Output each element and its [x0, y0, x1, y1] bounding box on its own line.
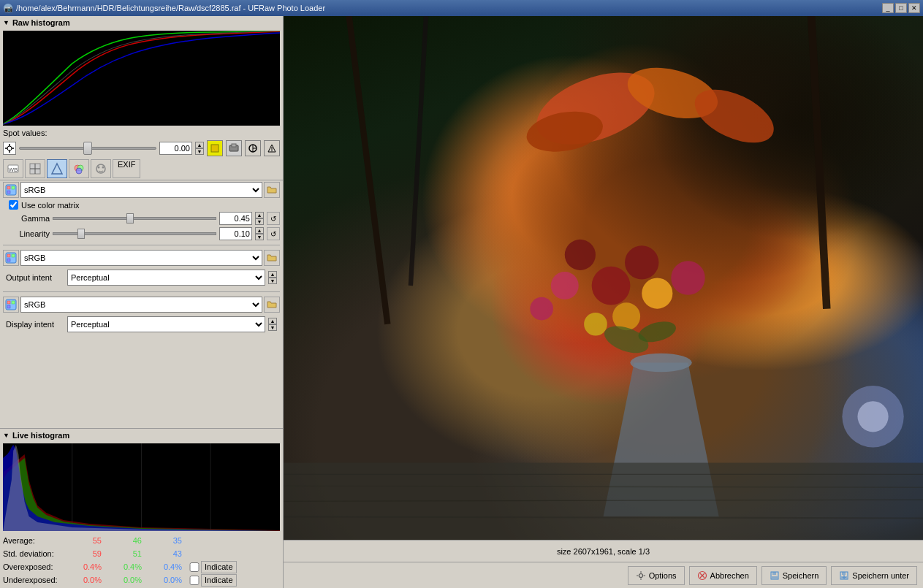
minimize-button[interactable]: _: [882, 3, 894, 13]
left-panel: ▼ Raw histogram Spot values:: [0, 16, 284, 588]
exposure-value-input[interactable]: 0.00: [159, 142, 192, 155]
cancel-button[interactable]: Abbrechen: [689, 566, 757, 585]
output-profile-select[interactable]: sRGB: [20, 250, 262, 266]
tool-icons-row: WB: [0, 158, 283, 180]
save-label: Speichern: [783, 571, 819, 580]
svg-point-26: [102, 167, 105, 169]
output-intent-label: Output intent: [6, 273, 64, 282]
linearity-spin: ▲ ▼: [255, 227, 264, 240]
linearity-track: [53, 232, 216, 235]
input-profile-folder-btn[interactable]: [264, 182, 280, 198]
std-b: 43: [142, 549, 182, 558]
exposure-slider-thumb[interactable]: [83, 142, 92, 155]
svg-point-14: [271, 150, 273, 152]
overexposed-b: 0.4%: [142, 562, 182, 571]
gamma-spin-down[interactable]: ▼: [255, 218, 264, 225]
color-icon-4[interactable]: [264, 140, 280, 156]
display-profile-folder-btn[interactable]: [264, 297, 280, 313]
exposure-slider-container[interactable]: [19, 141, 156, 156]
display-intent-spin: ▲ ▼: [268, 318, 277, 331]
output-profile-folder-btn[interactable]: [264, 250, 280, 266]
gamma-spin-up[interactable]: ▲: [255, 212, 264, 218]
window-title: /home/alex/Behrmann/HDR/Belichtungsreihe…: [16, 4, 325, 12]
average-row: Average: 55 46 35: [3, 534, 280, 547]
exposure-spin-down[interactable]: ▼: [195, 148, 204, 155]
save-icon: [770, 570, 780, 581]
gamma-track: [53, 217, 216, 220]
overexposed-row: Overexposed: 0.4% 0.4% 0.4% Indicate: [3, 560, 280, 573]
svg-rect-32: [7, 254, 10, 257]
linearity-thumb[interactable]: [77, 229, 85, 239]
output-intent-spin-up[interactable]: ▲: [268, 271, 277, 278]
underexposed-checkbox[interactable]: [188, 576, 201, 585]
display-intent-select[interactable]: Perceptual Relative Colorimetric Saturat…: [67, 316, 265, 332]
exposure-spin-up[interactable]: ▲: [195, 142, 204, 148]
input-profile-row: sRGB: [3, 182, 280, 198]
image-area: [284, 16, 923, 540]
display-intent-row: Display intent Perceptual Relative Color…: [3, 315, 280, 334]
overexposed-indicate-btn[interactable]: Indicate: [201, 561, 237, 573]
svg-point-61: [551, 272, 579, 299]
save-button[interactable]: Speichern: [761, 566, 827, 585]
output-intent-select[interactable]: Perceptual Relative Colorimetric Saturat…: [67, 270, 265, 286]
maximize-button[interactable]: □: [895, 3, 907, 13]
average-label: Average:: [3, 536, 61, 545]
exif-button[interactable]: EXIF: [113, 159, 140, 178]
svg-line-47: [411, 16, 426, 286]
live-histogram-collapse-icon[interactable]: ▼: [3, 432, 10, 439]
cancel-label: Abbrechen: [710, 571, 749, 580]
gamma-reset-btn[interactable]: ↺: [267, 212, 280, 225]
wb-tool-button[interactable]: WB: [3, 159, 23, 178]
save-under-button[interactable]: Speichern unter: [831, 566, 917, 585]
color-icon-3[interactable]: [245, 140, 261, 156]
display-profile-select[interactable]: sRGB: [20, 297, 262, 313]
divider-1: [3, 245, 280, 245]
linearity-spin-down[interactable]: ▼: [255, 234, 264, 240]
svg-point-55: [592, 267, 631, 305]
exposure-tool-button[interactable]: [25, 159, 45, 178]
display-intent-spin-down[interactable]: ▼: [268, 324, 277, 331]
output-intent-spin-down[interactable]: ▼: [268, 278, 277, 284]
close-button[interactable]: ✕: [908, 3, 920, 13]
linearity-value-input[interactable]: 0.10: [219, 227, 252, 240]
gamma-value-input[interactable]: 0.45: [219, 212, 252, 225]
svg-rect-36: [7, 301, 10, 304]
svg-rect-28: [7, 186, 10, 189]
spot-values-label: Spot values:: [0, 127, 283, 139]
average-r: 55: [61, 536, 102, 545]
raw-histogram-collapse-icon[interactable]: ▼: [3, 19, 10, 26]
std-g: 51: [102, 549, 142, 558]
live-histogram-area: [3, 443, 280, 531]
curve-tool-button[interactable]: [47, 159, 67, 178]
color-mgmt-button[interactable]: [69, 159, 89, 178]
stats-table: Average: 55 46 35 Std. deviation: 59 51 …: [0, 532, 283, 588]
gamma-thumb[interactable]: [126, 213, 134, 224]
svg-rect-30: [7, 191, 10, 194]
color-icon-2[interactable]: [226, 140, 242, 156]
svg-rect-83: [772, 576, 778, 579]
flower-svg: [284, 16, 923, 540]
live-histogram-svg: [3, 443, 280, 531]
svg-line-46: [349, 16, 388, 324]
output-intent-row: Output intent Perceptual Relative Colori…: [3, 268, 280, 287]
display-intent-spin-up[interactable]: ▲: [268, 318, 277, 324]
svg-point-56: [565, 240, 596, 270]
color-matrix-checkbox[interactable]: [9, 200, 18, 210]
overexposed-checkbox[interactable]: [188, 562, 201, 572]
underexposed-indicate-btn[interactable]: Indicate: [201, 574, 237, 587]
linearity-reset-btn[interactable]: ↺: [267, 227, 280, 240]
linearity-slider[interactable]: [53, 228, 216, 240]
linearity-spin-up[interactable]: ▲: [255, 227, 264, 234]
bottom-bar: Options Abbrechen Speichern: [284, 562, 923, 588]
title-bar-buttons: _ □ ✕: [882, 3, 920, 13]
underexposed-b: 0.0%: [142, 576, 182, 584]
options-button[interactable]: Options: [628, 566, 685, 585]
svg-rect-85: [842, 572, 846, 575]
gamma-slider[interactable]: [53, 213, 216, 224]
color-icon-1[interactable]: [207, 140, 223, 156]
svg-point-25: [98, 167, 100, 169]
svg-point-54: [630, 354, 691, 372]
correction-button[interactable]: [91, 159, 111, 178]
std-r: 59: [61, 549, 102, 558]
input-profile-select[interactable]: sRGB: [20, 182, 262, 198]
